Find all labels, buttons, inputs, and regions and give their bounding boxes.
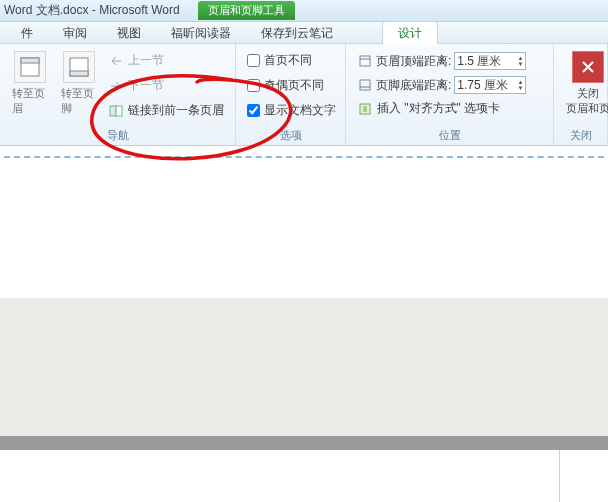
doc-title: Word 文档.docx - Microsoft Word <box>4 2 180 19</box>
spinner-arrows[interactable]: ▲▼ <box>517 79 523 91</box>
group-label-position: 位置 <box>352 126 547 145</box>
next-icon <box>108 78 124 94</box>
close-icon <box>572 51 604 83</box>
different-odd-even-checkbox[interactable]: 奇偶页不同 <box>244 76 339 95</box>
tab-foxit[interactable]: 福昕阅读器 <box>156 22 246 44</box>
ribbon-tabs: 件 审阅 视图 福昕阅读器 保存到云笔记 设计 <box>0 22 608 44</box>
close-header-footer-button[interactable]: 关闭 页眉和页 <box>560 47 608 126</box>
svg-rect-8 <box>360 80 370 90</box>
group-label-close: 关闭 <box>560 126 601 145</box>
group-label-nav: 导航 <box>6 126 229 145</box>
footer-icon <box>63 51 95 83</box>
footer-distance-icon <box>357 77 373 93</box>
group-label-options: 选项 <box>242 126 339 145</box>
header-icon <box>14 51 46 83</box>
group-position: 页眉顶端距离: 1.5 厘米▲▼ 页脚底端距离: 1.75 厘米▲▼ 插入 "对… <box>346 44 554 145</box>
show-document-text-checkbox[interactable]: 显示文档文字 <box>244 101 339 120</box>
spinner-arrows[interactable]: ▲▼ <box>517 55 523 67</box>
ribbon: 转至页眉 转至页脚 上一节 下一节 <box>0 44 608 146</box>
contextual-tools-label: 页眉和页脚工具 <box>198 1 295 20</box>
page-gap <box>0 298 608 438</box>
svg-rect-5 <box>116 106 122 116</box>
tab-file[interactable]: 件 <box>6 22 48 44</box>
svg-rect-3 <box>70 71 88 76</box>
link-to-previous-button[interactable]: 链接到前一条页眉 <box>105 101 227 120</box>
tab-save-cloud[interactable]: 保存到云笔记 <box>246 22 348 44</box>
header-boundary-dash <box>4 156 604 158</box>
titlebar: Word 文档.docx - Microsoft Word 页眉和页脚工具 <box>0 0 608 22</box>
tab-view[interactable]: 视图 <box>102 22 156 44</box>
svg-rect-6 <box>360 56 370 66</box>
svg-rect-4 <box>110 106 116 116</box>
next-section-button[interactable]: 下一节 <box>105 76 227 95</box>
header-distance-icon <box>357 53 373 69</box>
svg-rect-1 <box>21 58 39 63</box>
group-navigation: 转至页眉 转至页脚 上一节 下一节 <box>0 44 236 145</box>
different-first-page-checkbox[interactable]: 首页不同 <box>244 51 339 70</box>
goto-footer-button[interactable]: 转至页脚 <box>55 47 104 126</box>
group-close: 关闭 页眉和页 关闭 <box>554 44 608 145</box>
footer-distance-spinner[interactable]: 页脚底端距离: 1.75 厘米▲▼ <box>354 75 529 95</box>
alignment-tab-icon <box>357 101 373 117</box>
tab-review[interactable]: 审阅 <box>48 22 102 44</box>
header-distance-spinner[interactable]: 页眉顶端距离: 1.5 厘米▲▼ <box>354 51 529 71</box>
goto-header-button[interactable]: 转至页眉 <box>6 47 55 126</box>
insert-alignment-tab-button[interactable]: 插入 "对齐方式" 选项卡 <box>354 99 529 118</box>
tab-design[interactable]: 设计 <box>382 21 438 45</box>
prev-icon <box>108 53 124 69</box>
link-icon <box>108 103 124 119</box>
page-2[interactable] <box>0 450 560 502</box>
page-break <box>0 436 608 450</box>
prev-section-button[interactable]: 上一节 <box>105 51 227 70</box>
group-options: 首页不同 奇偶页不同 显示文档文字 选项 <box>236 44 346 145</box>
document-area[interactable]: 斯蒂芬森 <box>0 146 608 502</box>
